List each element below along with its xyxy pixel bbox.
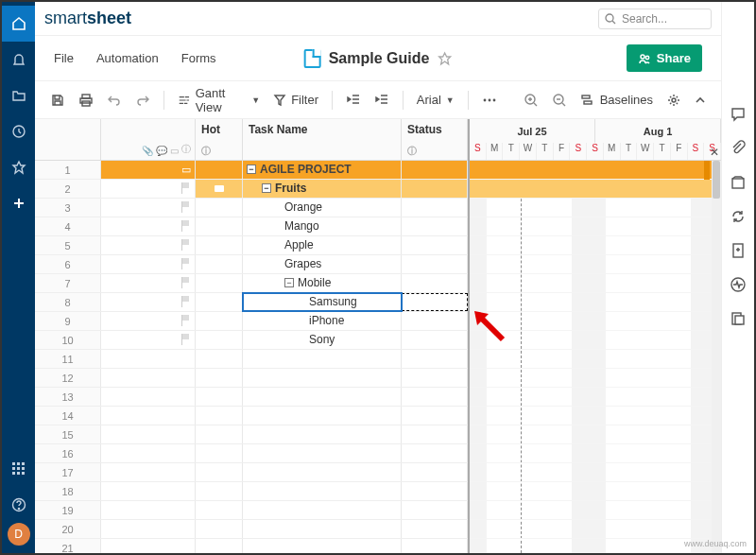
cell-task-name[interactable] [243, 350, 402, 368]
row-number[interactable]: 5 [35, 236, 101, 254]
nav-apps-icon[interactable] [2, 451, 35, 487]
cell-status[interactable] [402, 331, 468, 349]
menu-automation[interactable]: Automation [96, 51, 159, 65]
cell-task-name[interactable] [243, 407, 402, 425]
gantt-pane[interactable]: Jul 25 Aug 1 SMTWTFSSMTWTFSS ✕ [470, 119, 721, 553]
panel-conversations-icon[interactable] [730, 106, 747, 123]
gantt-row[interactable] [470, 199, 721, 217]
cell-status[interactable] [402, 520, 468, 538]
gantt-row[interactable] [470, 331, 721, 350]
row-number[interactable]: 4 [35, 217, 101, 235]
menu-file[interactable]: File [54, 51, 74, 65]
cell-task-name[interactable]: Sony [243, 331, 402, 349]
gantt-row[interactable] [470, 501, 721, 520]
row-number[interactable]: 19 [35, 501, 101, 519]
gantt-row[interactable] [470, 425, 721, 444]
cell-status[interactable] [402, 482, 468, 500]
row-number[interactable]: 3 [35, 199, 101, 217]
grid-row[interactable]: 17 [35, 463, 468, 482]
grid-row[interactable]: 16 [35, 444, 468, 463]
row-number[interactable]: 15 [35, 425, 101, 443]
nav-help-icon[interactable] [2, 487, 35, 523]
row-number[interactable]: 21 [35, 539, 101, 553]
nav-add-icon[interactable] [2, 185, 35, 221]
gantt-row[interactable] [470, 388, 721, 407]
gantt-row[interactable] [470, 520, 721, 539]
grid-row[interactable]: 19 [35, 501, 468, 520]
cell-hot[interactable] [196, 482, 243, 500]
cell-status[interactable] [402, 407, 468, 425]
gantt-row[interactable] [470, 463, 721, 482]
global-search[interactable]: Search... [598, 9, 712, 29]
cell-task-name[interactable] [243, 369, 402, 387]
grid-row[interactable]: 20 [35, 520, 468, 539]
row-number[interactable]: 2 [35, 180, 101, 198]
grid-row[interactable]: 4Mango [35, 217, 468, 236]
more-icon[interactable] [482, 98, 497, 102]
attachments-col-icon[interactable]: 📎 [142, 146, 153, 156]
cell-hot[interactable] [196, 425, 243, 443]
cell-status[interactable] [402, 501, 468, 519]
grid-row[interactable]: 8Samsung [35, 293, 468, 312]
row-number[interactable]: 11 [35, 350, 101, 368]
row-number[interactable]: 14 [35, 407, 101, 425]
redo-icon[interactable] [135, 93, 150, 108]
cell-hot[interactable] [196, 539, 243, 553]
cell-task-name[interactable] [243, 444, 402, 462]
gantt-row[interactable] [470, 255, 721, 274]
cell-task-name[interactable] [243, 463, 402, 481]
gantt-row[interactable] [470, 180, 721, 199]
grid-row[interactable]: 21 [35, 539, 468, 553]
cell-status[interactable] [402, 274, 468, 292]
cell-status[interactable] [402, 293, 468, 311]
gantt-row[interactable] [470, 217, 721, 236]
sheet-title[interactable]: Sample Guide [329, 50, 430, 67]
grid-row[interactable]: 12 [35, 369, 468, 388]
cell-status[interactable] [402, 255, 468, 273]
cell-status[interactable] [402, 180, 468, 198]
filter-button[interactable]: Filter [273, 93, 318, 107]
share-button[interactable]: Share [627, 44, 702, 72]
cell-task-name[interactable] [243, 388, 402, 406]
cell-status[interactable] [402, 425, 468, 443]
cell-hot[interactable] [196, 444, 243, 462]
cell-hot[interactable] [196, 369, 243, 387]
cell-task-name[interactable] [243, 539, 402, 553]
cell-status[interactable] [402, 350, 468, 368]
cell-hot[interactable] [196, 199, 243, 217]
cell-hot[interactable] [196, 274, 243, 292]
favorite-star-icon[interactable] [437, 51, 452, 66]
cell-task-name[interactable]: Grapes [243, 255, 402, 273]
grid-row[interactable]: 10Sony [35, 331, 468, 350]
cell-hot[interactable] [196, 161, 243, 179]
collapse-panel-icon[interactable] [695, 95, 706, 106]
cell-task-name[interactable] [243, 501, 402, 519]
grid-row[interactable]: 3Orange [35, 199, 468, 217]
outdent-icon[interactable] [346, 93, 361, 108]
row-number[interactable]: 10 [35, 331, 101, 349]
cell-hot[interactable] [196, 312, 243, 330]
gantt-row[interactable] [470, 482, 721, 501]
cell-task-name[interactable]: −Mobile [243, 274, 402, 292]
gantt-row[interactable] [470, 444, 721, 463]
cell-task-name[interactable]: Mango [243, 217, 402, 235]
grid-row[interactable]: 18 [35, 482, 468, 501]
grid-row[interactable]: 1▭−AGILE PROJECT [35, 161, 468, 180]
cell-task-name[interactable] [243, 520, 402, 538]
gantt-row[interactable] [470, 350, 721, 369]
cell-status[interactable] [402, 388, 468, 406]
undo-icon[interactable] [107, 93, 122, 108]
cell-status[interactable] [402, 444, 468, 462]
row-number[interactable]: 8 [35, 293, 101, 311]
nav-notifications-icon[interactable] [2, 42, 35, 78]
proof-col-icon[interactable]: ▭ [170, 146, 179, 156]
row-number[interactable]: 18 [35, 482, 101, 500]
indent-icon[interactable] [374, 93, 389, 108]
row-number[interactable]: 7 [35, 274, 101, 292]
cell-task-name[interactable]: iPhone [243, 312, 402, 330]
settings-gear-icon[interactable] [666, 93, 681, 108]
user-avatar[interactable]: D [8, 523, 30, 546]
nav-favorites-icon[interactable] [2, 149, 35, 185]
column-task-name[interactable]: Task Name [243, 119, 402, 160]
baselines-button[interactable]: Baselines [580, 93, 653, 108]
